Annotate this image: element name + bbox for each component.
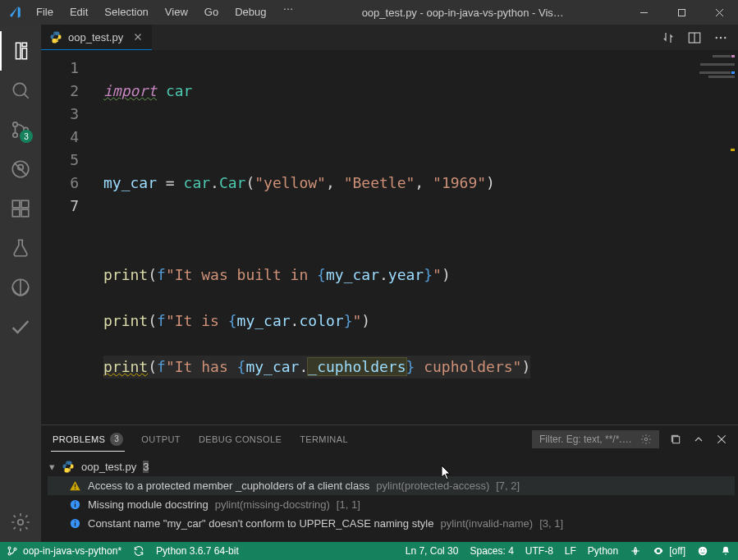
split-editor-icon[interactable] [687,30,702,45]
svg-rect-13 [12,209,20,217]
panel-tab-problems[interactable]: PROBLEMS3 [51,428,125,452]
panel-close-icon[interactable] [715,433,728,446]
problems-file-group[interactable]: ▾ oop_test.py 3 [48,457,735,476]
activity-search[interactable] [0,71,41,110]
status-language[interactable]: Python [588,545,618,557]
minimap[interactable] [685,55,735,153]
filter-settings-icon[interactable] [640,434,652,445]
panel-tabs: PROBLEMS3 OUTPUT DEBUG CONSOLE TERMINAL … [41,425,738,453]
tab-oop-test[interactable]: oop_test.py [41,25,152,50]
problems-file-count: 3 [143,461,149,473]
status-cursor-pos[interactable]: Ln 7, Col 30 [406,545,459,557]
svg-point-7 [13,133,17,137]
status-sync[interactable] [133,545,144,557]
panel-tab-debug-console[interactable]: DEBUG CONSOLE [197,429,283,449]
problem-row[interactable]: Constant name "my_car" doesn't conform t… [48,514,735,533]
menu-go[interactable]: Go [197,0,226,25]
activity-bar: 3 [0,25,41,542]
svg-rect-1 [678,9,685,16]
status-branch[interactable]: oop-in-java-vs-python* [7,545,121,557]
activity-check[interactable] [0,307,41,347]
svg-rect-12 [12,200,20,208]
menu-file[interactable]: File [29,0,61,25]
scm-badge: 3 [20,130,33,143]
status-bar: oop-in-java-vs-python* Python 3.6.7 64-b… [0,542,738,560]
python-file-icon [49,30,62,44]
tab-label: oop_test.py [68,31,123,44]
activity-scm[interactable]: 3 [0,110,41,149]
activity-liveshare[interactable] [0,268,41,307]
status-live-share[interactable]: [off] [653,545,685,557]
svg-rect-32 [75,503,76,507]
more-actions-icon[interactable] [713,30,728,45]
status-bell-icon[interactable] [720,545,731,557]
panel-maximize-icon[interactable] [692,433,705,446]
editor-tabs: oop_test.py [41,25,738,50]
python-file-icon [62,460,75,473]
maximize-button[interactable] [662,0,700,25]
activity-debug[interactable] [0,149,41,189]
status-eol[interactable]: LF [565,545,576,557]
svg-rect-15 [21,200,29,208]
window-title: oop_test.py - oop-in-java-vs-python - Vi… [300,7,625,19]
line-gutter: 1 2 3 4 5 6 7 [41,50,94,425]
problem-row[interactable]: Access to a protected member _cupholders… [48,476,735,495]
compare-changes-icon[interactable] [661,30,676,45]
status-indent[interactable]: Spaces: 4 [470,545,513,557]
activity-test[interactable] [0,228,41,268]
svg-rect-14 [21,209,29,217]
svg-line-5 [24,94,28,98]
svg-point-24 [724,36,726,38]
code-content: import car my_car = car.Car("yellow", "B… [94,50,530,425]
status-live-preview-icon[interactable] [630,545,641,557]
activity-extensions[interactable] [0,189,41,228]
svg-rect-35 [75,522,76,526]
status-python[interactable]: Python 3.6.7 64-bit [156,545,239,557]
menu-debug[interactable]: Debug [227,0,273,25]
svg-rect-33 [75,502,76,503]
menu-view[interactable]: View [158,0,195,25]
menu-edit[interactable]: Edit [62,0,95,25]
vscode-logo-icon [0,5,29,20]
close-button[interactable] [700,0,738,25]
svg-rect-29 [75,484,76,488]
svg-point-17 [18,520,24,526]
filter-placeholder: Filter. Eg: text, **/*.… [539,434,632,445]
panel-tab-terminal[interactable]: TERMINAL [298,429,350,449]
minimize-button[interactable] [625,0,662,25]
svg-point-6 [13,122,17,126]
menu-selection[interactable]: Selection [97,0,155,25]
menu-bar: File Edit Selection View Go Debug … [29,0,300,25]
svg-point-37 [8,547,11,549]
titlebar: File Edit Selection View Go Debug … oop_… [0,0,738,25]
chevron-down-icon: ▾ [49,461,55,473]
panel-tab-output[interactable]: OUTPUT [140,429,182,449]
status-feedback-icon[interactable] [697,545,708,557]
svg-point-42 [701,549,702,550]
problems-list: ▾ oop_test.py 3 Access to a protected me… [41,453,738,542]
warning-icon [69,480,81,492]
info-icon [69,517,81,530]
svg-rect-30 [75,489,76,489]
svg-rect-26 [673,437,680,443]
svg-point-4 [13,83,25,95]
activity-explorer[interactable] [0,31,41,71]
svg-point-43 [704,549,704,550]
svg-point-41 [699,547,708,556]
code-editor[interactable]: 1 2 3 4 5 6 7 import car my_car = car.Ca… [41,50,738,425]
bottom-panel: PROBLEMS3 OUTPUT DEBUG CONSOLE TERMINAL … [41,425,738,542]
status-encoding[interactable]: UTF-8 [525,545,553,557]
problems-count-badge: 3 [110,433,123,446]
svg-rect-36 [75,521,76,521]
problems-filter-input[interactable]: Filter. Eg: text, **/*.… [532,430,659,448]
svg-point-25 [644,438,648,441]
svg-point-23 [720,36,722,38]
window-controls [625,0,738,25]
problems-file-name: oop_test.py [81,461,136,473]
menu-overflow[interactable]: … [275,0,300,25]
tab-close-icon[interactable] [132,31,144,43]
collapse-all-icon[interactable] [669,433,682,446]
problem-row[interactable]: Missing module docstring pylint(missing-… [48,495,735,514]
activity-settings[interactable] [0,503,41,542]
svg-point-38 [8,553,11,555]
